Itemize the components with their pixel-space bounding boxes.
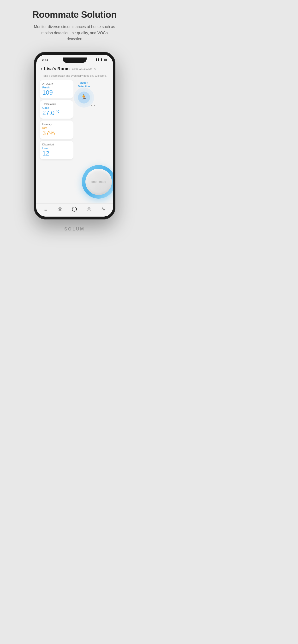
nav-chart[interactable]: [99, 206, 108, 212]
discomfort-label: Discomfort: [43, 143, 71, 146]
phone-mockup: 9:41 ▋▋ ▊ ▓▓ ‹ Lisa's Room 03-05-22 11:0…: [34, 52, 115, 220]
phone-frame: 9:41 ▋▋ ▊ ▓▓ ‹ Lisa's Room 03-05-22 11:0…: [34, 52, 115, 220]
humidity-value: 37%: [43, 130, 71, 136]
discomfort-value: 12: [43, 150, 71, 157]
svg-point-10: [72, 207, 77, 211]
humidity-card[interactable]: Humidity Dry 37%: [40, 120, 73, 139]
temperature-value: 27.0 °C: [43, 110, 71, 116]
nav-signal[interactable]: [56, 206, 64, 212]
screen-content: ‹ Lisa's Room 03-05-22 11:00:00 ↻ Take a…: [36, 62, 113, 216]
temperature-status: Good: [43, 106, 71, 109]
sensor-cards: Air Quality Fresh 109 Temperature Good 2…: [36, 80, 73, 204]
back-button[interactable]: ‹: [41, 66, 42, 71]
svg-point-9: [59, 208, 60, 210]
status-time: 9:41: [42, 58, 48, 62]
motion-circle-outer: 🏃: [76, 89, 92, 106]
air-quality-status: Fresh: [43, 86, 71, 89]
device-area: MotionDetection 🏃 ⋮ Roommat: [73, 80, 113, 204]
temperature-label: Temperature: [43, 103, 71, 106]
room-title: Lisa's Room: [44, 66, 70, 72]
svg-point-8: [44, 210, 45, 211]
more-options-button[interactable]: ⋮: [91, 104, 95, 108]
roommate-ring: Roommate: [82, 165, 113, 198]
main-content-area: Air Quality Fresh 109 Temperature Good 2…: [36, 80, 113, 204]
air-quality-card[interactable]: Air Quality Fresh 109: [40, 80, 73, 98]
roommate-ball: Roommate: [85, 169, 112, 195]
temperature-card[interactable]: Temperature Good 27.0 °C: [40, 100, 73, 119]
wifi-icon: ▊: [101, 58, 103, 61]
nav-settings[interactable]: [41, 206, 50, 212]
roommate-device[interactable]: Roommate: [82, 165, 113, 198]
roommate-device-label: Roommate: [91, 180, 106, 184]
svg-point-7: [44, 209, 45, 210]
bottom-navigation: [36, 204, 113, 216]
status-icons: ▋▋ ▊ ▓▓: [96, 58, 107, 61]
air-quality-label: Air Quality: [43, 82, 71, 85]
page-title: Roommate Solution: [32, 10, 116, 20]
refresh-icon[interactable]: ↻: [94, 67, 96, 70]
phone-screen: 9:41 ▋▋ ▊ ▓▓ ‹ Lisa's Room 03-05-22 11:0…: [36, 54, 113, 216]
discomfort-card[interactable]: Discomfort Low 12: [40, 141, 73, 159]
page-subtitle: Monitor diverse circumstances at home su…: [34, 24, 115, 42]
brand-logo: SOLUM: [64, 227, 85, 232]
motivational-text: Take a deep breath and eventually good d…: [36, 72, 113, 80]
humidity-status: Dry: [43, 126, 71, 130]
svg-point-11: [88, 208, 90, 209]
nav-home[interactable]: [70, 206, 79, 213]
room-date: 03-05-22 11:00:00: [72, 68, 92, 70]
discomfort-status: Low: [43, 147, 71, 150]
app-header: ‹ Lisa's Room 03-05-22 11:00:00 ↻: [36, 64, 113, 72]
air-quality-value: 109: [43, 89, 71, 96]
signal-icon: ▋▋: [96, 58, 100, 61]
motion-detection-label: MotionDetection: [76, 81, 92, 88]
battery-icon: ▓▓: [104, 58, 107, 61]
motion-detection-widget[interactable]: MotionDetection 🏃: [76, 81, 92, 106]
nav-weather[interactable]: [85, 206, 93, 212]
humidity-label: Humidity: [43, 123, 71, 126]
notch: [63, 58, 87, 63]
motion-circle-inner: 🏃: [78, 92, 90, 104]
svg-point-6: [44, 208, 45, 208]
motion-person-icon: 🏃: [81, 94, 87, 100]
